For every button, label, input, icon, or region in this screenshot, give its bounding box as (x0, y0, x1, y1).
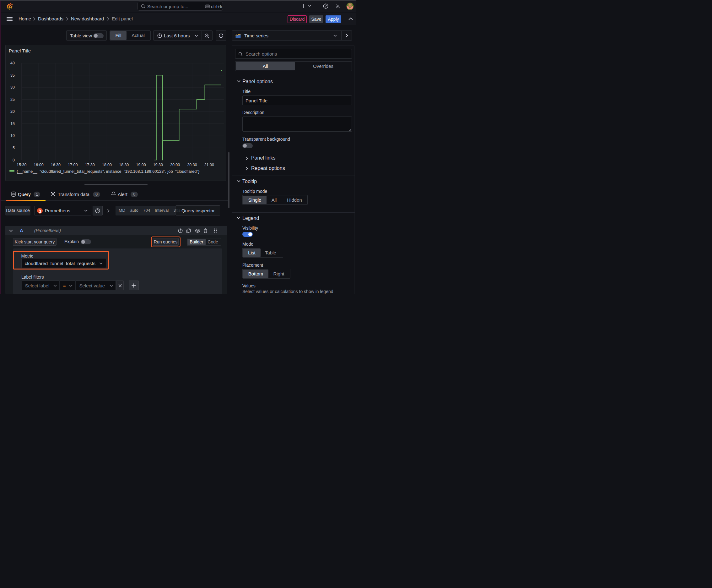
svg-text:15: 15 (10, 122, 15, 126)
svg-text:30: 30 (10, 85, 15, 89)
svg-text:25: 25 (10, 97, 15, 102)
svg-text:16:30: 16:30 (51, 163, 61, 167)
svg-text:20:00: 20:00 (170, 163, 180, 167)
svg-text:18:30: 18:30 (119, 163, 129, 167)
svg-text:0: 0 (13, 158, 15, 162)
svg-text:20: 20 (10, 109, 15, 114)
svg-text:16:00: 16:00 (34, 163, 43, 167)
svg-text:5: 5 (13, 146, 15, 150)
svg-text:17:30: 17:30 (85, 163, 94, 167)
svg-text:18:00: 18:00 (102, 163, 112, 167)
svg-text:15:30: 15:30 (17, 163, 26, 167)
svg-text:17:00: 17:00 (68, 163, 78, 167)
svg-text:35: 35 (10, 73, 15, 78)
svg-text:20:30: 20:30 (187, 163, 197, 167)
svg-text:21:00: 21:00 (204, 163, 214, 167)
svg-text:19:30: 19:30 (153, 163, 163, 167)
svg-text:40: 40 (10, 61, 15, 65)
svg-text:19:00: 19:00 (136, 163, 146, 167)
svg-text:{__name__="cloudflared_tunnel_: {__name__="cloudflared_tunnel_total_requ… (17, 169, 200, 174)
svg-text:10: 10 (10, 133, 15, 138)
